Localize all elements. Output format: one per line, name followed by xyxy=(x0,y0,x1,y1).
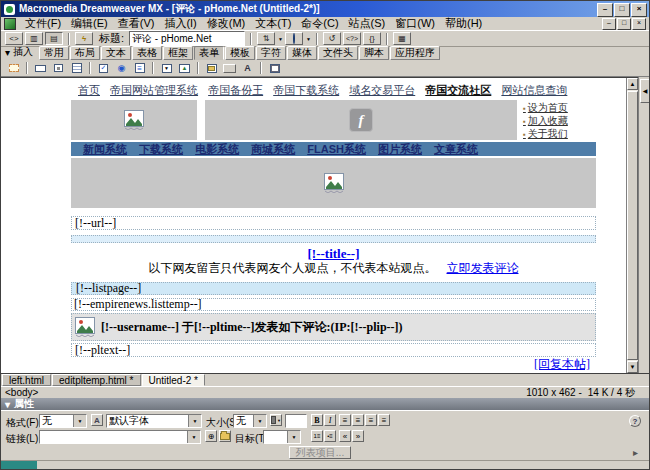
font-select[interactable]: 默认字体▼ xyxy=(106,414,202,428)
insert-radio-button-icon[interactable]: ◉ xyxy=(113,61,130,76)
expander-right-icon[interactable]: ▸ xyxy=(633,447,638,458)
blue-nav-picture[interactable]: 图片系统 xyxy=(378,143,422,155)
nav-link-home[interactable]: 首页 xyxy=(78,84,100,96)
view-options-icon[interactable]: ▦ xyxy=(393,32,411,45)
document-icon[interactable] xyxy=(4,18,16,30)
insert-checkbox-icon[interactable]: ✓ xyxy=(95,61,112,76)
broken-image-icon[interactable] xyxy=(324,173,344,193)
blue-nav-download[interactable]: 下载系统 xyxy=(139,143,183,155)
tab-frames[interactable]: 框架 xyxy=(163,46,193,60)
align-left-icon[interactable]: ≡ xyxy=(339,414,351,426)
blue-nav-bar[interactable]: 新闻系统 下载系统 电影系统 商城系统 FLASH系统 图片系统 文章系统 xyxy=(71,142,596,156)
browse-folder-icon[interactable] xyxy=(219,430,231,442)
insert-jump-menu-icon[interactable]: ▼ xyxy=(158,61,175,76)
insert-bar-header[interactable]: ▾插入 xyxy=(1,45,39,60)
post-comment-link[interactable]: 立即发表评论 xyxy=(447,261,519,275)
file-management-icon[interactable]: ⇅ xyxy=(257,32,275,45)
menu-help[interactable]: 帮助(H) xyxy=(440,17,487,30)
nav-link-siteinfo[interactable]: 网站信息查询 xyxy=(501,84,567,96)
scrollbar-thumb[interactable] xyxy=(627,91,638,360)
tab-common[interactable]: 常用 xyxy=(39,46,69,60)
ordered-list-icon[interactable]: 1≡ xyxy=(311,430,323,442)
tab-templates[interactable]: 模板 xyxy=(225,46,255,60)
menu-text[interactable]: 文本(T) xyxy=(250,17,296,30)
title-placeholder[interactable]: [!--title--] xyxy=(308,246,360,261)
indent-icon[interactable]: » xyxy=(352,430,364,442)
pltext-placeholder-row[interactable]: [!--pltext--] xyxy=(71,343,596,357)
listpage-placeholder-row[interactable]: [!--listpage--] xyxy=(71,282,596,295)
dropdown-icon[interactable]: ▼ xyxy=(253,415,266,427)
blue-nav-flash[interactable]: FLASH系统 xyxy=(307,143,366,155)
code-view-icon[interactable]: <> xyxy=(5,32,23,45)
reply-link[interactable]: [回复本帖] xyxy=(534,357,590,371)
tab-head[interactable]: 文件头 xyxy=(318,46,358,60)
tab-characters[interactable]: 字符 xyxy=(256,46,286,60)
nav-link-cms[interactable]: 帝国网站管理系统 xyxy=(110,84,198,96)
tab-tables[interactable]: 表格 xyxy=(132,46,162,60)
font-toggle-icon[interactable]: A xyxy=(91,414,103,426)
help-icon[interactable]: ? xyxy=(629,415,641,427)
spacer-row[interactable] xyxy=(71,235,596,243)
size-select[interactable]: 无▼ xyxy=(233,414,267,428)
banner-middle-cell[interactable]: f xyxy=(205,100,517,140)
menu-edit[interactable]: 编辑(E) xyxy=(66,17,113,30)
insert-textarea-icon[interactable] xyxy=(68,61,85,76)
reference-icon[interactable]: <?> xyxy=(343,32,361,45)
dropdown-icon[interactable]: ▼ xyxy=(187,431,200,443)
text-color-picker[interactable]: ▼ xyxy=(270,414,282,426)
insert-label-icon[interactable]: A xyxy=(239,61,256,76)
nav-link-community[interactable]: 帝国交流社区 xyxy=(425,84,491,96)
design-view-canvas[interactable]: 首页 帝国网站管理系统 帝国备份王 帝国下载系统 域名交易平台 帝国交流社区 网… xyxy=(1,77,638,373)
listtemp-placeholder-row[interactable]: [!--empirenews.listtemp--] xyxy=(71,298,596,311)
top-nav-row[interactable]: 首页 帝国网站管理系统 帝国备份王 帝国下载系统 域名交易平台 帝国交流社区 网… xyxy=(71,84,596,97)
doc-tab-left[interactable]: left.html xyxy=(2,374,51,386)
tab-forms[interactable]: 表单 xyxy=(194,46,224,60)
title-placeholder-row[interactable]: [!--title--] xyxy=(71,246,596,261)
properties-panel-header[interactable]: ▾ 属性 xyxy=(1,398,649,410)
doc-minimize-button[interactable]: – xyxy=(602,18,616,30)
nav-link-domain[interactable]: 域名交易平台 xyxy=(349,84,415,96)
blue-nav-mall[interactable]: 商城系统 xyxy=(251,143,295,155)
menu-modify[interactable]: 修改(M) xyxy=(202,17,251,30)
tab-layout[interactable]: 布局 xyxy=(70,46,100,60)
menu-file[interactable]: 文件(F) xyxy=(20,17,66,30)
window-size-indicator[interactable]: 1010 x 462 - xyxy=(526,387,582,398)
side-link-favorite[interactable]: ▪加入收藏 xyxy=(523,114,596,127)
align-center-icon[interactable]: ≡ xyxy=(352,414,364,426)
file-management-dropdown-icon[interactable]: ▼ xyxy=(278,36,283,42)
broken-image-icon[interactable] xyxy=(124,110,144,130)
scroll-up-icon[interactable]: ▲ xyxy=(627,78,638,90)
flash-placeholder-icon[interactable]: f xyxy=(349,108,373,132)
insert-form-icon[interactable] xyxy=(5,61,22,76)
disclaimer-row[interactable]: 以下网友留言只代表网友个人观点，不代表本站观点。立即发表评论 xyxy=(71,261,596,276)
target-select[interactable]: ▼ xyxy=(263,430,301,444)
doc-tab-untitled2[interactable]: Untitled-2 * xyxy=(142,374,205,386)
maximize-button[interactable]: □ xyxy=(614,3,630,17)
insert-button-icon[interactable] xyxy=(221,61,238,76)
unordered-list-icon[interactable]: •≡ xyxy=(324,430,336,442)
dropdown-icon[interactable]: ▼ xyxy=(73,415,86,427)
comment-template-block[interactable]: [!--username--] 于[!--pltime--]发表如下评论:(IP… xyxy=(71,313,596,341)
dropdown-icon[interactable]: ▼ xyxy=(287,431,300,443)
document-title-input[interactable] xyxy=(129,31,245,46)
insert-fieldset-icon[interactable] xyxy=(266,61,283,76)
point-to-file-icon[interactable]: ⊕ xyxy=(205,430,217,442)
doc-tab-editpltemp[interactable]: editpltemp.html * xyxy=(52,374,140,386)
tab-script[interactable]: 脚本 xyxy=(359,46,389,60)
color-hex-input[interactable] xyxy=(285,414,307,428)
italic-button[interactable]: I xyxy=(324,414,336,426)
outdent-icon[interactable]: « xyxy=(339,430,351,442)
menu-commands[interactable]: 命令(C) xyxy=(296,17,343,30)
ad-placeholder-block[interactable] xyxy=(71,158,596,208)
doc-close-button[interactable]: × xyxy=(632,18,646,30)
align-right-icon[interactable]: ≡ xyxy=(365,414,377,426)
format-select[interactable]: 无▼ xyxy=(39,414,87,428)
broken-image-icon[interactable] xyxy=(75,317,95,337)
insert-file-field-icon[interactable] xyxy=(203,61,220,76)
doc-restore-button[interactable]: □ xyxy=(617,18,631,30)
scroll-down-icon[interactable]: ▼ xyxy=(627,361,638,373)
blue-nav-movie[interactable]: 电影系统 xyxy=(195,143,239,155)
insert-image-field-icon[interactable]: ▲ xyxy=(176,61,193,76)
split-view-icon[interactable]: ▥ xyxy=(25,32,43,45)
close-button[interactable]: × xyxy=(631,3,647,17)
